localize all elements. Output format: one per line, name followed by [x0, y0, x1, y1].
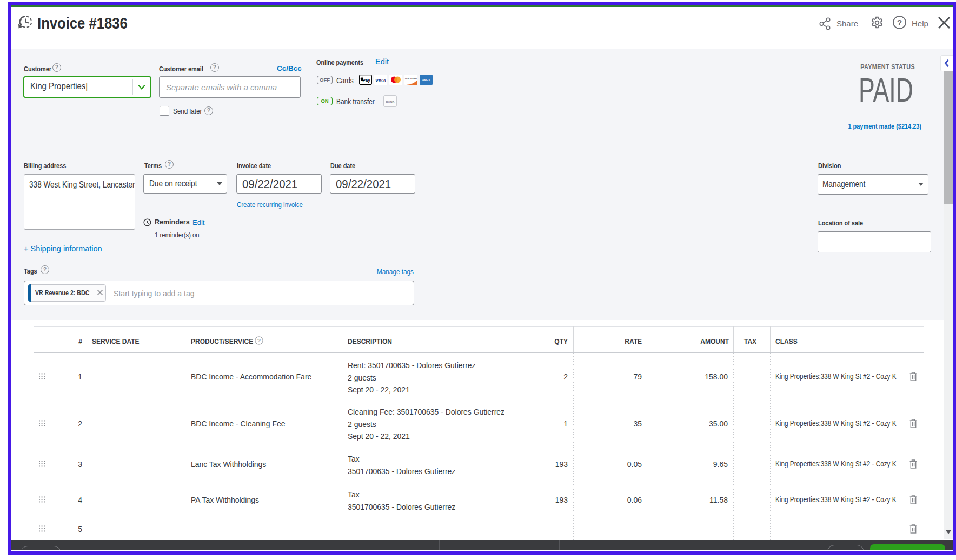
svg-text:Pay: Pay — [362, 78, 370, 83]
svg-text:PAID: PAID — [859, 72, 913, 105]
svg-text:VISA: VISA — [375, 78, 386, 83]
svg-text:AMEX: AMEX — [422, 78, 430, 82]
svg-text:DISCOVER: DISCOVER — [405, 77, 417, 80]
